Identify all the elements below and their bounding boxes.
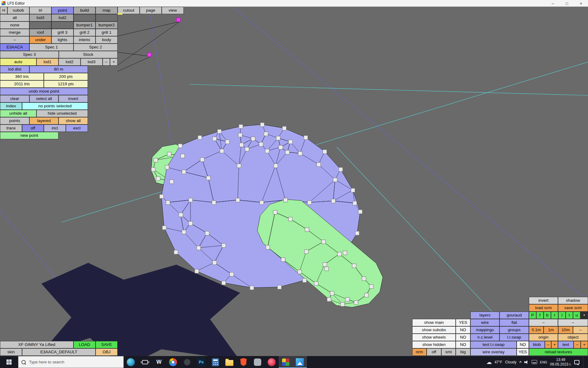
load-button[interactable]: LOAD xyxy=(74,341,96,348)
vertex-handle[interactable] xyxy=(331,199,335,203)
vertex-handle[interactable] xyxy=(284,198,288,202)
lod1-button[interactable]: lod1 xyxy=(36,58,58,66)
vertex-handle[interactable] xyxy=(355,231,359,235)
vertex-handle[interactable] xyxy=(281,258,285,262)
merge-button[interactable]: merge xyxy=(0,29,29,36)
vertex-handle[interactable] xyxy=(160,194,164,198)
vertex-handle[interactable] xyxy=(364,293,368,297)
vertex-handle[interactable] xyxy=(213,137,217,141)
plus-button[interactable]: + xyxy=(581,341,588,348)
plus-button[interactable]: + xyxy=(551,341,558,348)
spec-3-button[interactable]: Spec 3 xyxy=(0,51,59,58)
taskbar-icon-task-view[interactable] xyxy=(138,356,152,368)
vertex-handle[interactable] xyxy=(205,231,209,235)
l-r-swap-button[interactable]: l.r.swap xyxy=(499,334,529,341)
taskbar-icon-brave[interactable] xyxy=(236,356,251,368)
vertex-handle[interactable] xyxy=(353,201,357,205)
map-button[interactable]: map xyxy=(96,7,118,14)
vertex-handle[interactable] xyxy=(225,140,229,144)
vertex-handle[interactable] xyxy=(167,152,171,156)
vertex-handle[interactable] xyxy=(323,263,327,266)
vertex-handle[interactable] xyxy=(213,261,217,265)
vertex-handle[interactable] xyxy=(165,165,169,169)
close-button[interactable]: × xyxy=(574,0,588,7)
taskbar-icon-file-explorer[interactable] xyxy=(222,356,236,368)
vertex-handle[interactable] xyxy=(237,164,241,168)
minus-button[interactable]: – xyxy=(574,341,581,348)
taskbar-icon-w-app[interactable]: W xyxy=(152,356,166,368)
taskbar-icon-photoshop[interactable]: Ps xyxy=(194,356,208,368)
vertex-handle[interactable] xyxy=(154,158,158,162)
minus-button[interactable]: – xyxy=(103,58,110,66)
10m-button[interactable]: 10m xyxy=(558,326,573,334)
vertex-handle[interactable] xyxy=(236,198,240,202)
spec-2-button[interactable]: Spec 2 xyxy=(74,44,118,51)
vertex-handle[interactable] xyxy=(260,123,264,127)
vertex-handle[interactable] xyxy=(212,201,216,205)
vertex-handle[interactable] xyxy=(288,140,292,144)
reload-textures-button[interactable]: reload textures xyxy=(529,348,588,356)
vertex-handle[interactable] xyxy=(288,217,292,221)
vertex-handle[interactable] xyxy=(156,177,160,181)
under-button[interactable]: under xyxy=(29,36,51,44)
big-button[interactable]: big xyxy=(456,348,470,356)
vertex-handle[interactable] xyxy=(174,250,178,254)
vertex-handle[interactable] xyxy=(345,297,349,301)
undo-move-point-button[interactable]: undo move point xyxy=(0,88,88,95)
select-all-button[interactable]: select all xyxy=(29,95,58,102)
show-wheels-button[interactable]: show wheels xyxy=(412,334,456,341)
taskbar-icon-photos[interactable] xyxy=(293,356,307,368)
no-button[interactable]: NO xyxy=(456,334,470,341)
vertex-handle[interactable] xyxy=(358,210,362,214)
taskbar-icon-calculator[interactable] xyxy=(208,356,222,368)
new-point-button[interactable]: new point xyxy=(0,132,58,139)
grill-2-button[interactable]: grill 2 xyxy=(74,29,96,36)
off-button[interactable]: off xyxy=(22,125,44,132)
yes-button[interactable]: YES xyxy=(517,348,529,356)
vertex-handle[interactable] xyxy=(239,143,243,147)
vertex-handle[interactable] xyxy=(352,264,356,268)
vertex-handle[interactable] xyxy=(274,164,278,168)
taskbar-icon-dark-app[interactable] xyxy=(180,356,194,368)
show-hidden-button[interactable]: show hidden xyxy=(412,341,456,348)
bumper1-button[interactable]: bumper1 xyxy=(74,21,96,29)
action-center-icon[interactable] xyxy=(574,360,579,364)
vertex-handle[interactable] xyxy=(341,302,345,306)
vertex-handle[interactable] xyxy=(276,136,280,140)
excl-button[interactable]: excl xyxy=(66,125,88,132)
vertex-handle[interactable] xyxy=(162,226,166,230)
tri-button[interactable]: tri xyxy=(29,7,51,14)
show-subobs-button[interactable]: show subobs xyxy=(412,326,456,334)
1m-button[interactable]: 1m xyxy=(544,326,558,334)
minus-button[interactable]: – xyxy=(558,319,588,326)
volume-icon[interactable] xyxy=(524,360,529,364)
vertex-handle[interactable] xyxy=(200,158,204,162)
vertex-handle[interactable] xyxy=(307,201,311,205)
gouraud-button[interactable]: gouraud xyxy=(499,312,529,319)
vertex-handle[interactable] xyxy=(298,270,302,274)
weather-condition[interactable]: Cloudy xyxy=(505,360,516,364)
index-button[interactable]: index xyxy=(0,102,22,110)
stock-button[interactable]: Stock xyxy=(59,51,118,58)
no-button[interactable]: NO xyxy=(456,326,470,334)
vertex-handle[interactable] xyxy=(197,246,201,250)
wire-button[interactable]: wire xyxy=(470,319,499,326)
lod3-button[interactable]: lod3 xyxy=(81,58,103,66)
auto-button[interactable]: auto xyxy=(0,58,36,66)
lod2-button[interactable]: lod2 xyxy=(58,58,81,66)
object-button[interactable]: object xyxy=(558,334,588,341)
r-button[interactable]: r xyxy=(551,312,558,319)
taskbar-icon-media-app[interactable] xyxy=(265,356,279,368)
off-button[interactable]: off xyxy=(427,348,441,356)
body-button[interactable]: body xyxy=(96,36,118,44)
e3aaca-default-button[interactable]: E3AACA_DEFAULT xyxy=(22,348,96,356)
interio-button[interactable]: interio xyxy=(74,36,96,44)
clock[interactable]: 13:49 09.05.2023 r. xyxy=(550,358,571,366)
wire-overlay-button[interactable]: wire overlay xyxy=(470,348,517,356)
vertex-handle[interactable] xyxy=(239,125,243,128)
vertex-handle[interactable] xyxy=(179,213,183,217)
show-all-button[interactable]: show all xyxy=(58,117,88,125)
groups-button[interactable]: groups xyxy=(499,326,529,334)
n-c-level-button[interactable]: n.c.level xyxy=(470,334,499,341)
vertex-handle[interactable] xyxy=(220,149,224,153)
